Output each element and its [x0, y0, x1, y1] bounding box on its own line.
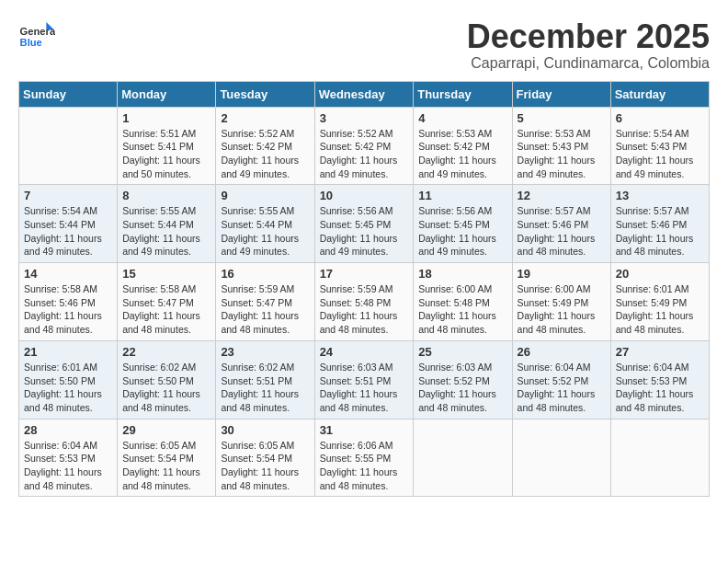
calendar-cell: 10Sunrise: 5:56 AMSunset: 5:45 PMDayligh…	[314, 185, 414, 263]
calendar-cell: 6Sunrise: 5:54 AMSunset: 5:43 PMDaylight…	[610, 107, 709, 185]
day-number: 31	[320, 423, 409, 437]
calendar-cell: 1Sunrise: 5:51 AMSunset: 5:41 PMDaylight…	[118, 107, 216, 185]
day-number: 20	[616, 267, 704, 281]
day-info: Sunrise: 6:06 AMSunset: 5:55 PMDaylight:…	[320, 439, 409, 493]
day-info: Sunrise: 6:01 AMSunset: 5:49 PMDaylight:…	[616, 282, 704, 337]
week-row-4: 21Sunrise: 6:01 AMSunset: 5:50 PMDayligh…	[19, 340, 710, 419]
day-info: Sunrise: 5:51 AMSunset: 5:41 PMDaylight:…	[122, 127, 210, 181]
calendar-cell: 18Sunrise: 6:00 AMSunset: 5:48 PMDayligh…	[414, 263, 512, 341]
calendar-cell: 16Sunrise: 5:59 AMSunset: 5:47 PMDayligh…	[216, 263, 314, 341]
calendar-cell: 7Sunrise: 5:54 AMSunset: 5:44 PMDaylight…	[19, 185, 118, 263]
day-info: Sunrise: 6:03 AMSunset: 5:52 PMDaylight:…	[418, 361, 506, 415]
calendar-cell: 14Sunrise: 5:58 AMSunset: 5:46 PMDayligh…	[19, 263, 118, 341]
calendar-cell: 28Sunrise: 6:04 AMSunset: 5:53 PMDayligh…	[19, 419, 118, 497]
day-info: Sunrise: 6:00 AMSunset: 5:49 PMDaylight:…	[518, 282, 606, 337]
day-number: 17	[320, 267, 409, 281]
day-info: Sunrise: 5:57 AMSunset: 5:46 PMDaylight:…	[518, 204, 606, 259]
calendar-subtitle: Caparrapi, Cundinamarca, Colombia	[467, 55, 710, 72]
week-row-5: 28Sunrise: 6:04 AMSunset: 5:53 PMDayligh…	[19, 419, 710, 497]
day-info: Sunrise: 5:55 AMSunset: 5:44 PMDaylight:…	[122, 204, 210, 259]
calendar-cell: 9Sunrise: 5:55 AMSunset: 5:44 PMDaylight…	[216, 185, 314, 263]
calendar-cell: 30Sunrise: 6:05 AMSunset: 5:54 PMDayligh…	[216, 419, 314, 497]
day-info: Sunrise: 6:01 AMSunset: 5:50 PMDaylight:…	[24, 361, 112, 415]
day-info: Sunrise: 6:02 AMSunset: 5:51 PMDaylight:…	[221, 361, 309, 415]
day-info: Sunrise: 5:52 AMSunset: 5:42 PMDaylight:…	[221, 127, 309, 181]
day-number: 16	[221, 267, 309, 281]
day-number: 6	[616, 111, 704, 125]
calendar-cell: 24Sunrise: 6:03 AMSunset: 5:51 PMDayligh…	[314, 340, 414, 419]
weekday-header-monday: Monday	[118, 81, 216, 107]
calendar-cell: 27Sunrise: 6:04 AMSunset: 5:53 PMDayligh…	[610, 340, 709, 419]
calendar-cell	[512, 419, 610, 497]
day-info: Sunrise: 6:00 AMSunset: 5:48 PMDaylight:…	[418, 282, 506, 337]
day-number: 18	[418, 267, 506, 281]
day-info: Sunrise: 5:57 AMSunset: 5:46 PMDaylight:…	[616, 204, 704, 259]
calendar-cell	[19, 107, 118, 185]
title-block: December 2025 Caparrapi, Cundinamarca, C…	[467, 18, 710, 72]
day-info: Sunrise: 6:02 AMSunset: 5:50 PMDaylight:…	[122, 361, 210, 415]
day-number: 12	[518, 189, 606, 202]
day-number: 7	[24, 189, 112, 202]
calendar-cell: 4Sunrise: 5:53 AMSunset: 5:42 PMDaylight…	[414, 107, 512, 185]
day-info: Sunrise: 6:03 AMSunset: 5:51 PMDaylight:…	[320, 361, 409, 415]
calendar-cell: 22Sunrise: 6:02 AMSunset: 5:50 PMDayligh…	[118, 340, 216, 419]
day-number: 23	[221, 345, 309, 359]
page-header: General Blue December 2025 Caparrapi, Cu…	[18, 18, 710, 72]
day-info: Sunrise: 5:54 AMSunset: 5:43 PMDaylight:…	[616, 127, 704, 181]
day-number: 26	[518, 345, 606, 359]
day-number: 15	[122, 267, 210, 281]
day-info: Sunrise: 5:59 AMSunset: 5:47 PMDaylight:…	[221, 282, 309, 337]
logo: General Blue	[18, 18, 59, 55]
calendar-cell: 11Sunrise: 5:56 AMSunset: 5:45 PMDayligh…	[414, 185, 512, 263]
calendar-cell: 21Sunrise: 6:01 AMSunset: 5:50 PMDayligh…	[19, 340, 118, 419]
day-info: Sunrise: 5:54 AMSunset: 5:44 PMDaylight:…	[24, 204, 112, 259]
calendar-cell: 8Sunrise: 5:55 AMSunset: 5:44 PMDaylight…	[118, 185, 216, 263]
calendar-cell: 17Sunrise: 5:59 AMSunset: 5:48 PMDayligh…	[314, 263, 414, 341]
weekday-header-thursday: Thursday	[414, 81, 512, 107]
day-number: 21	[24, 345, 112, 359]
day-info: Sunrise: 5:55 AMSunset: 5:44 PMDaylight:…	[221, 204, 309, 259]
day-number: 10	[320, 189, 409, 202]
day-info: Sunrise: 5:52 AMSunset: 5:42 PMDaylight:…	[320, 127, 409, 181]
calendar-cell: 19Sunrise: 6:00 AMSunset: 5:49 PMDayligh…	[512, 263, 610, 341]
day-info: Sunrise: 5:58 AMSunset: 5:47 PMDaylight:…	[122, 282, 210, 337]
week-row-1: 1Sunrise: 5:51 AMSunset: 5:41 PMDaylight…	[19, 107, 710, 185]
day-number: 24	[320, 345, 409, 359]
day-number: 27	[616, 345, 704, 359]
calendar-cell: 23Sunrise: 6:02 AMSunset: 5:51 PMDayligh…	[216, 340, 314, 419]
day-info: Sunrise: 5:58 AMSunset: 5:46 PMDaylight:…	[24, 282, 112, 337]
weekday-header-friday: Friday	[512, 81, 610, 107]
day-info: Sunrise: 5:53 AMSunset: 5:42 PMDaylight:…	[418, 127, 506, 181]
day-number: 29	[122, 423, 210, 437]
calendar-cell: 12Sunrise: 5:57 AMSunset: 5:46 PMDayligh…	[512, 185, 610, 263]
day-number: 22	[122, 345, 210, 359]
day-number: 1	[122, 111, 210, 125]
calendar-cell: 26Sunrise: 6:04 AMSunset: 5:52 PMDayligh…	[512, 340, 610, 419]
day-number: 14	[24, 267, 112, 281]
day-number: 28	[24, 423, 112, 437]
week-row-3: 14Sunrise: 5:58 AMSunset: 5:46 PMDayligh…	[19, 263, 710, 341]
day-number: 19	[518, 267, 606, 281]
calendar-cell: 15Sunrise: 5:58 AMSunset: 5:47 PMDayligh…	[118, 263, 216, 341]
day-info: Sunrise: 5:56 AMSunset: 5:45 PMDaylight:…	[320, 204, 409, 259]
day-info: Sunrise: 6:04 AMSunset: 5:52 PMDaylight:…	[518, 361, 606, 415]
calendar-cell: 2Sunrise: 5:52 AMSunset: 5:42 PMDaylight…	[216, 107, 314, 185]
day-info: Sunrise: 5:53 AMSunset: 5:43 PMDaylight:…	[518, 127, 606, 181]
calendar-table: SundayMondayTuesdayWednesdayThursdayFrid…	[18, 81, 710, 498]
day-number: 4	[418, 111, 506, 125]
weekday-header-tuesday: Tuesday	[216, 81, 314, 107]
calendar-cell: 29Sunrise: 6:05 AMSunset: 5:54 PMDayligh…	[118, 419, 216, 497]
day-info: Sunrise: 6:05 AMSunset: 5:54 PMDaylight:…	[122, 439, 210, 493]
day-number: 30	[221, 423, 309, 437]
day-info: Sunrise: 5:59 AMSunset: 5:48 PMDaylight:…	[320, 282, 409, 337]
calendar-cell: 13Sunrise: 5:57 AMSunset: 5:46 PMDayligh…	[610, 185, 709, 263]
day-info: Sunrise: 5:56 AMSunset: 5:45 PMDaylight:…	[418, 204, 506, 259]
calendar-cell	[414, 419, 512, 497]
day-number: 25	[418, 345, 506, 359]
day-info: Sunrise: 6:04 AMSunset: 5:53 PMDaylight:…	[616, 361, 704, 415]
week-row-2: 7Sunrise: 5:54 AMSunset: 5:44 PMDaylight…	[19, 185, 710, 263]
day-number: 9	[221, 189, 309, 202]
calendar-cell: 3Sunrise: 5:52 AMSunset: 5:42 PMDaylight…	[314, 107, 414, 185]
day-number: 3	[320, 111, 409, 125]
calendar-cell: 5Sunrise: 5:53 AMSunset: 5:43 PMDaylight…	[512, 107, 610, 185]
